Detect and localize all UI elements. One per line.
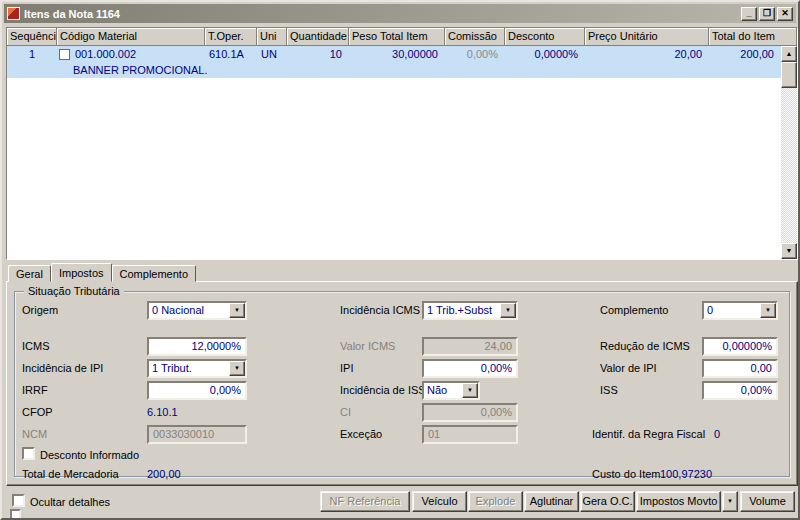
grid-scrollbar[interactable]: ▲ ▼ bbox=[781, 46, 797, 259]
iss-label: ISS bbox=[600, 384, 618, 396]
total-mercadoria-value: 200,00 bbox=[147, 468, 181, 480]
table-row[interactable]: 1 001.000.002 610.1A UN 10 30,00000 0,00… bbox=[7, 46, 781, 62]
valor-icms-input: 24,00 bbox=[422, 337, 518, 356]
title-bar[interactable]: Itens da Nota 1164 _ ❐ ✕ bbox=[4, 4, 796, 23]
incidencia-icms-label: Incidência ICMS bbox=[340, 304, 420, 316]
bottom-corner-checkbox[interactable] bbox=[10, 509, 21, 520]
origem-value: 0 Nacional bbox=[149, 303, 229, 318]
incidencia-iss-label: Incidência de ISS bbox=[340, 384, 426, 396]
cell-comissao: 0,00% bbox=[445, 46, 505, 62]
chevron-down-icon[interactable]: ▼ bbox=[462, 383, 478, 398]
detail-tabs: Geral Impostos Complemento bbox=[8, 263, 196, 282]
cell-uni: UN bbox=[257, 46, 287, 62]
total-mercadoria-label: Total de Mercadoria bbox=[22, 468, 119, 480]
origem-label: Origem bbox=[22, 304, 58, 316]
column-header-comissao[interactable]: Comissão bbox=[445, 28, 505, 46]
close-button[interactable]: ✕ bbox=[777, 7, 793, 21]
incidencia-iss-select[interactable]: Não ▼ bbox=[422, 381, 480, 400]
origem-select[interactable]: 0 Nacional ▼ bbox=[147, 301, 247, 320]
gera-oc-button[interactable]: Gera O.C. bbox=[580, 491, 635, 512]
cfop-value: 6.10.1 bbox=[147, 406, 178, 418]
iss-input[interactable]: 0,00% bbox=[702, 381, 778, 400]
cell-desconto: 0,0000% bbox=[505, 46, 585, 62]
custo-item-label: Custo do Item bbox=[592, 468, 660, 480]
maximize-button[interactable]: ❐ bbox=[759, 7, 775, 21]
icms-input[interactable]: 12,0000% bbox=[147, 337, 247, 356]
veiculo-button[interactable]: Veículo bbox=[412, 491, 467, 512]
column-header-uni[interactable]: Uni bbox=[257, 28, 287, 46]
complemento-value: 0 bbox=[704, 303, 760, 318]
incidencia-ipi-value: 1 Tribut. bbox=[149, 361, 229, 376]
ipi-label: IPI bbox=[340, 362, 353, 374]
incidencia-ipi-label: Incidência de IPI bbox=[22, 362, 103, 374]
cell-codigo-material: 001.000.002 bbox=[57, 46, 205, 62]
cell-t-oper: 610.1A bbox=[205, 46, 257, 62]
ocultar-detalhes-checkbox[interactable] bbox=[12, 494, 25, 507]
incidencia-ipi-select[interactable]: 1 Tribut. ▼ bbox=[147, 359, 247, 378]
column-header-t-oper[interactable]: T.Oper. bbox=[205, 28, 257, 46]
desconto-informado-label: Desconto Informado bbox=[40, 449, 139, 461]
incidencia-icms-select[interactable]: 1 Trib.+Subst ▼ bbox=[422, 301, 518, 320]
grid-header: Sequência Código Material T.Oper. Uni Qu… bbox=[7, 28, 797, 46]
scroll-down-icon[interactable]: ▼ bbox=[781, 243, 797, 259]
itens-da-nota-window: Itens da Nota 1164 _ ❐ ✕ Sequência Códig… bbox=[0, 0, 800, 520]
valor-ipi-input[interactable]: 0,00 bbox=[702, 359, 778, 378]
impostos-movto-dropdown-button[interactable]: ▼ bbox=[722, 491, 738, 512]
codigo-material-value: 001.000.002 bbox=[75, 47, 136, 61]
complemento-label: Complemento bbox=[600, 304, 668, 316]
ci-label: CI bbox=[340, 406, 351, 418]
incidencia-icms-value: 1 Trib.+Subst bbox=[424, 303, 500, 318]
window-title: Itens da Nota 1164 bbox=[24, 8, 120, 20]
column-header-preco-unitario[interactable]: Preço Unitário bbox=[585, 28, 709, 46]
volume-button[interactable]: Volume bbox=[740, 491, 795, 512]
identif-regra-fiscal-value: 0 bbox=[714, 428, 720, 440]
minimize-button[interactable]: _ bbox=[741, 7, 757, 21]
groupbox-title: Situação Tributária bbox=[24, 285, 124, 297]
ocultar-detalhes-label: Ocultar detalhes bbox=[30, 496, 110, 508]
explode-button[interactable]: Explode bbox=[468, 491, 523, 512]
scroll-up-icon[interactable]: ▲ bbox=[781, 46, 797, 62]
excecao-input: 01 bbox=[422, 425, 518, 444]
excecao-label: Exceção bbox=[340, 428, 382, 440]
column-header-codigo-material[interactable]: Código Material bbox=[57, 28, 205, 46]
nf-referencia-button[interactable]: NF Referência bbox=[320, 491, 410, 512]
custo-item-value: 100,97230 bbox=[660, 468, 712, 480]
reducao-icms-input[interactable]: 0,00000% bbox=[702, 337, 778, 356]
valor-ipi-label: Valor de IPI bbox=[600, 362, 657, 374]
column-header-sequencia[interactable]: Sequência bbox=[7, 28, 57, 46]
cfop-label: CFOP bbox=[22, 406, 53, 418]
desconto-informado-checkbox[interactable] bbox=[22, 447, 35, 460]
column-header-quantidade[interactable]: Quantidade bbox=[287, 28, 349, 46]
reducao-icms-label: Redução de ICMS bbox=[600, 340, 690, 352]
cell-preco-unitario: 20,00 bbox=[585, 46, 709, 62]
irrf-input[interactable]: 0,00% bbox=[147, 381, 247, 400]
incidencia-iss-value: Não bbox=[424, 383, 462, 398]
cell-sequencia: 1 bbox=[7, 46, 57, 62]
irrf-label: IRRF bbox=[22, 384, 48, 396]
identif-regra-fiscal-label: Identif. da Regra Fiscal bbox=[592, 428, 705, 440]
chevron-down-icon[interactable]: ▼ bbox=[229, 361, 245, 376]
tab-impostos[interactable]: Impostos bbox=[51, 263, 112, 282]
grid-body[interactable]: 1 001.000.002 610.1A UN 10 30,00000 0,00… bbox=[7, 46, 781, 259]
impostos-movto-button[interactable]: Impostos Movto bbox=[636, 491, 721, 512]
cell-quantidade: 10 bbox=[287, 46, 349, 62]
ci-input: 0,00% bbox=[422, 403, 518, 422]
tab-geral[interactable]: Geral bbox=[8, 265, 51, 282]
cell-total-do-item: 200,00 bbox=[709, 46, 781, 62]
column-header-total-do-item[interactable]: Total do Item bbox=[709, 28, 797, 46]
tab-complemento[interactable]: Complemento bbox=[112, 265, 196, 282]
ncm-label: NCM bbox=[22, 428, 47, 440]
row-checkbox[interactable] bbox=[59, 49, 70, 60]
chevron-down-icon[interactable]: ▼ bbox=[229, 303, 245, 318]
aglutinar-button[interactable]: Aglutinar bbox=[524, 491, 579, 512]
ipi-input[interactable]: 0,00% bbox=[422, 359, 518, 378]
chevron-down-icon[interactable]: ▼ bbox=[760, 303, 776, 318]
column-header-peso-total-item[interactable]: Peso Total Item bbox=[349, 28, 445, 46]
row-description[interactable]: BANNER PROMOCIONAL. bbox=[7, 62, 781, 78]
app-icon bbox=[7, 7, 20, 20]
scrollbar-thumb[interactable] bbox=[781, 62, 797, 88]
column-header-desconto[interactable]: Desconto bbox=[505, 28, 585, 46]
chevron-down-icon[interactable]: ▼ bbox=[500, 303, 516, 318]
complemento-select[interactable]: 0 ▼ bbox=[702, 301, 778, 320]
icms-label: ICMS bbox=[22, 340, 50, 352]
